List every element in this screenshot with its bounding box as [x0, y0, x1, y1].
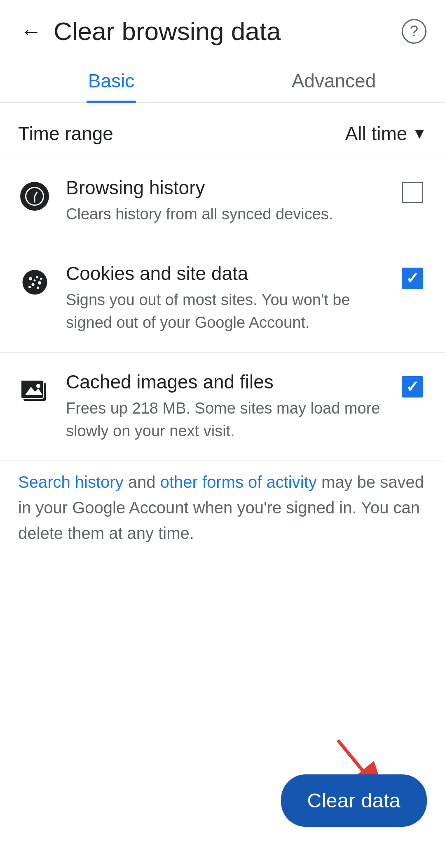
svg-point-7 — [33, 279, 35, 281]
svg-point-8 — [40, 278, 42, 280]
browsing-history-checkbox[interactable] — [398, 178, 427, 207]
page-title: Clear browsing data — [45, 16, 400, 46]
other-activity-link[interactable]: other forms of activity — [160, 473, 317, 491]
svg-point-1 — [29, 277, 32, 280]
svg-point-12 — [36, 384, 40, 388]
option-cached-images: Cached images and files Frees up 218 MB.… — [0, 353, 445, 461]
clear-data-button[interactable]: Clear data — [281, 774, 427, 827]
footer-text-middle: and — [124, 473, 160, 491]
cookie-icon — [18, 266, 51, 299]
cached-images-content: Cached images and files Frees up 218 MB.… — [66, 371, 383, 442]
cookies-desc: Signs you out of most sites. You won't b… — [66, 289, 383, 334]
option-browsing-history: Browsing history Clears history from all… — [0, 158, 445, 244]
option-cookies-site-data: Cookies and site data Signs you out of m… — [0, 244, 445, 352]
clock-icon — [18, 180, 51, 213]
time-range-row: Time range All time ▼ — [0, 103, 445, 158]
back-arrow-icon: ← — [20, 21, 42, 42]
footer-info: Search history and other forms of activi… — [0, 461, 445, 564]
cached-images-checkbox[interactable]: ✓ — [398, 372, 427, 401]
checkbox-checked-icon-2: ✓ — [402, 376, 423, 398]
dropdown-arrow-icon: ▼ — [412, 125, 427, 142]
svg-point-3 — [38, 281, 41, 285]
svg-point-6 — [28, 286, 31, 288]
page-header: ← Clear browsing data ? — [0, 0, 445, 58]
help-button[interactable]: ? — [400, 17, 429, 46]
time-range-value: All time — [345, 122, 408, 145]
checkbox-unchecked-icon — [402, 182, 423, 203]
cached-images-title: Cached images and files — [66, 371, 383, 393]
cookies-checkbox[interactable]: ✓ — [398, 264, 427, 293]
svg-point-0 — [22, 270, 47, 294]
cookies-title: Cookies and site data — [66, 262, 383, 285]
time-range-dropdown[interactable]: All time ▼ — [345, 122, 427, 145]
tabs-container: Basic Advanced — [0, 58, 445, 103]
tab-advanced[interactable]: Advanced — [222, 58, 445, 102]
cached-images-desc: Frees up 218 MB. Some sites may load mor… — [66, 397, 383, 442]
time-range-label: Time range — [18, 122, 113, 145]
svg-point-2 — [36, 276, 38, 278]
checkbox-checked-icon: ✓ — [402, 268, 423, 289]
search-history-link[interactable]: Search history — [18, 473, 124, 491]
browsing-history-desc: Clears history from all synced devices. — [66, 203, 383, 226]
svg-point-5 — [37, 287, 39, 289]
tab-basic[interactable]: Basic — [0, 58, 222, 102]
back-button[interactable]: ← — [16, 17, 45, 46]
svg-point-4 — [31, 283, 34, 286]
help-circle-icon: ? — [402, 19, 426, 44]
image-icon — [18, 374, 51, 407]
browsing-history-title: Browsing history — [66, 176, 383, 199]
browsing-history-content: Browsing history Clears history from all… — [66, 176, 383, 226]
cookies-site-data-content: Cookies and site data Signs you out of m… — [66, 262, 383, 334]
